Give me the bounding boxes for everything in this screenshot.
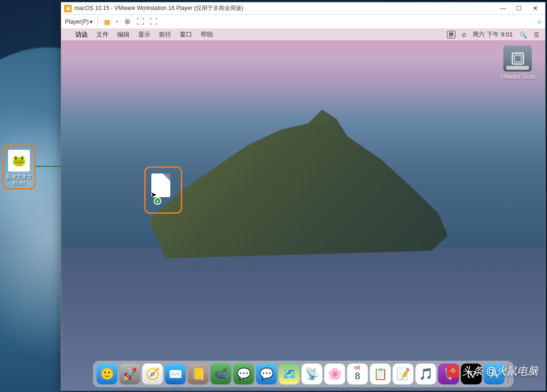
dock-contacts[interactable]: 📒	[188, 364, 209, 384]
vmware-window: ▣ macOS 10.15 - VMware Workstation 16 Pl…	[61, 2, 546, 391]
menu-go[interactable]: 前往	[159, 30, 171, 39]
player-menu-button[interactable]: Player(P) ▾	[65, 18, 93, 25]
chevron-down-icon[interactable]: ▾	[116, 19, 118, 24]
airplay-icon[interactable]: ⎚	[462, 31, 466, 38]
dock-safari[interactable]: 🧭	[142, 364, 163, 384]
chevron-down-icon: ▾	[90, 18, 93, 25]
fullscreen-button[interactable]: ⛶	[149, 18, 158, 26]
disk-label: VMware Tools	[499, 73, 537, 80]
annotation-highlight-source	[2, 145, 36, 190]
dock-finder[interactable]: 🙂	[97, 364, 118, 384]
minimize-button[interactable]: —	[496, 4, 510, 13]
dock-calendar[interactable]: 6月 8	[347, 364, 368, 384]
macos-menubar: 访达 文件 编辑 显示 前往 窗口 帮助 拼 ⎚ 周六 下午 9:01 🔍 ☰	[61, 29, 545, 40]
window-title: macOS 10.15 - VMware Workstation 16 Play…	[74, 4, 496, 12]
disk-icon	[503, 46, 532, 72]
dock-maps[interactable]: 🗺️	[279, 364, 300, 384]
dock-music[interactable]: 🎵	[416, 364, 436, 384]
dock-launchpad[interactable]: 🚀	[120, 364, 140, 384]
guest-vm-screen[interactable]: 访达 文件 编辑 显示 前往 窗口 帮助 拼 ⎚ 周六 下午 9:01 🔍 ☰ …	[61, 29, 545, 390]
dock-messages[interactable]: 💬	[233, 364, 254, 384]
close-button[interactable]: ✕	[528, 4, 542, 13]
dock-photos[interactable]: 🌸	[324, 364, 345, 384]
vmware-toolbar: Player(P) ▾ ▮▮ ▾ ⊕ ⛶ ⛶ «	[61, 15, 545, 29]
menu-edit[interactable]: 编辑	[117, 30, 130, 39]
vmware-icon: ▣	[64, 5, 72, 12]
menu-help[interactable]: 帮助	[201, 30, 213, 39]
macos-wallpaper	[61, 29, 545, 390]
collapse-toolbar-button[interactable]: «	[538, 18, 541, 26]
svg-rect-0	[512, 53, 523, 64]
separator	[97, 18, 98, 26]
pause-button[interactable]: ▮▮	[102, 18, 111, 26]
datetime[interactable]: 周六 下午 9:01	[473, 30, 513, 39]
dock-imessage[interactable]: 💬	[256, 364, 277, 384]
dock-facetime[interactable]: 📹	[211, 364, 232, 384]
dock-reminders[interactable]: 📋	[370, 364, 391, 384]
send-ctrl-alt-del-button[interactable]: ⊕	[123, 18, 131, 26]
dock-notes[interactable]: 📝	[393, 364, 414, 384]
menu-window[interactable]: 窗口	[180, 30, 192, 39]
toutiao-logo-icon: 今	[447, 365, 459, 377]
menu-file[interactable]: 文件	[96, 30, 109, 39]
maximize-button[interactable]: ☐	[512, 4, 526, 13]
dock-findmy[interactable]: 📡	[302, 364, 323, 384]
app-menu[interactable]: 访达	[75, 30, 88, 39]
window-titlebar[interactable]: ▣ macOS 10.15 - VMware Workstation 16 Pl…	[61, 2, 545, 15]
unity-button[interactable]: ⛶	[136, 18, 145, 26]
notification-center-icon[interactable]: ☰	[534, 31, 539, 38]
input-method-icon[interactable]: 拼	[447, 31, 455, 38]
copy-badge-icon: +	[154, 197, 161, 205]
menu-view[interactable]: 显示	[138, 30, 150, 39]
spotlight-icon[interactable]: 🔍	[519, 31, 527, 38]
watermark: 今 头条 @火鼠电脑	[447, 364, 538, 378]
vmware-tools-disk[interactable]: VMware Tools	[499, 46, 537, 80]
dock-mail[interactable]: ✉️	[165, 364, 186, 384]
svg-rect-1	[514, 55, 521, 62]
